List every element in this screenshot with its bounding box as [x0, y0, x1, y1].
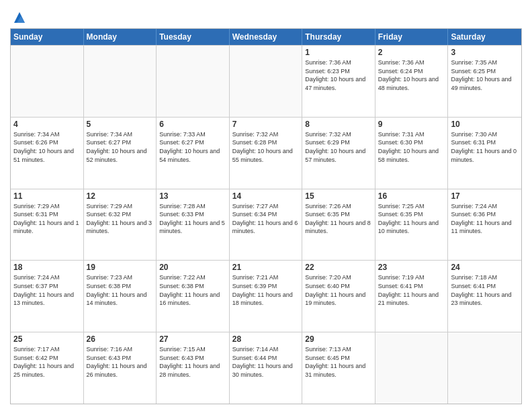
- sun-info: Sunrise: 7:15 AMSunset: 6:43 PMDaylight:…: [159, 345, 226, 379]
- sun-info: Sunrise: 7:29 AMSunset: 6:31 PMDaylight:…: [13, 202, 81, 236]
- day-cell-3: 3Sunrise: 7:35 AMSunset: 6:25 PMDaylight…: [448, 46, 521, 117]
- sun-info: Sunrise: 7:18 AMSunset: 6:41 PMDaylight:…: [451, 273, 519, 307]
- day-cell-10: 10Sunrise: 7:30 AMSunset: 6:31 PMDayligh…: [448, 118, 521, 189]
- day-number: 11: [13, 191, 81, 201]
- calendar-week-3: 18Sunrise: 7:24 AMSunset: 6:37 PMDayligh…: [11, 260, 521, 332]
- sun-info: Sunrise: 7:20 AMSunset: 6:40 PMDaylight:…: [305, 273, 372, 307]
- day-cell-2: 2Sunrise: 7:36 AMSunset: 6:24 PMDaylight…: [375, 46, 449, 117]
- day-number: 5: [87, 120, 154, 129]
- sun-info: Sunrise: 7:29 AMSunset: 6:32 PMDaylight:…: [87, 202, 154, 236]
- day-cell-1: 1Sunrise: 7:36 AMSunset: 6:23 PMDaylight…: [302, 46, 375, 117]
- sun-info: Sunrise: 7:13 AMSunset: 6:45 PMDaylight:…: [305, 345, 372, 379]
- day-number: 10: [451, 120, 519, 129]
- sun-info: Sunrise: 7:24 AMSunset: 6:37 PMDaylight:…: [13, 273, 81, 307]
- sun-info: Sunrise: 7:23 AMSunset: 6:38 PMDaylight:…: [87, 273, 154, 307]
- page: SundayMondayTuesdayWednesdayThursdayFrid…: [0, 0, 532, 411]
- header-day-monday: Monday: [84, 29, 157, 45]
- day-number: 21: [232, 263, 300, 272]
- header-day-thursday: Thursday: [302, 29, 375, 45]
- day-number: 6: [159, 120, 226, 129]
- day-number: 27: [159, 334, 226, 344]
- logo-icon: [13, 11, 26, 24]
- empty-cell: [11, 46, 84, 117]
- header-day-sunday: Sunday: [11, 29, 84, 45]
- header: [10, 7, 522, 24]
- day-number: 26: [87, 334, 154, 344]
- calendar-body: 1Sunrise: 7:36 AMSunset: 6:23 PMDaylight…: [11, 45, 521, 404]
- day-cell-5: 5Sunrise: 7:34 AMSunset: 6:27 PMDaylight…: [84, 118, 157, 189]
- sun-info: Sunrise: 7:34 AMSunset: 6:27 PMDaylight:…: [87, 130, 154, 164]
- sun-info: Sunrise: 7:16 AMSunset: 6:43 PMDaylight:…: [87, 345, 154, 379]
- day-number: 14: [232, 191, 300, 201]
- sun-info: Sunrise: 7:22 AMSunset: 6:38 PMDaylight:…: [159, 273, 226, 307]
- day-cell-16: 16Sunrise: 7:25 AMSunset: 6:35 PMDayligh…: [375, 189, 449, 261]
- day-number: 28: [232, 334, 300, 344]
- header-day-tuesday: Tuesday: [157, 29, 230, 45]
- day-number: 29: [305, 334, 372, 344]
- header-day-wednesday: Wednesday: [230, 29, 303, 45]
- day-number: 19: [87, 263, 154, 272]
- day-number: 12: [87, 191, 154, 201]
- sun-info: Sunrise: 7:30 AMSunset: 6:31 PMDaylight:…: [451, 130, 519, 164]
- sun-info: Sunrise: 7:19 AMSunset: 6:41 PMDaylight:…: [378, 273, 445, 307]
- day-cell-23: 23Sunrise: 7:19 AMSunset: 6:41 PMDayligh…: [375, 261, 449, 332]
- sun-info: Sunrise: 7:27 AMSunset: 6:34 PMDaylight:…: [232, 202, 300, 236]
- calendar-week-0: 1Sunrise: 7:36 AMSunset: 6:23 PMDaylight…: [11, 45, 521, 117]
- calendar-week-2: 11Sunrise: 7:29 AMSunset: 6:31 PMDayligh…: [11, 189, 521, 261]
- day-cell-21: 21Sunrise: 7:21 AMSunset: 6:39 PMDayligh…: [230, 261, 303, 332]
- empty-cell: [448, 332, 521, 404]
- day-cell-19: 19Sunrise: 7:23 AMSunset: 6:38 PMDayligh…: [84, 261, 157, 332]
- calendar-header: SundayMondayTuesdayWednesdayThursdayFrid…: [11, 29, 521, 45]
- day-number: 3: [451, 48, 519, 57]
- logo: [10, 9, 26, 24]
- sun-info: Sunrise: 7:26 AMSunset: 6:35 PMDaylight:…: [305, 202, 372, 236]
- day-number: 20: [159, 263, 226, 272]
- day-cell-9: 9Sunrise: 7:31 AMSunset: 6:30 PMDaylight…: [375, 118, 449, 189]
- day-number: 13: [159, 191, 226, 201]
- day-cell-29: 29Sunrise: 7:13 AMSunset: 6:45 PMDayligh…: [302, 332, 375, 404]
- day-number: 9: [378, 120, 445, 129]
- day-number: 2: [378, 48, 445, 57]
- day-cell-24: 24Sunrise: 7:18 AMSunset: 6:41 PMDayligh…: [448, 261, 521, 332]
- sun-info: Sunrise: 7:35 AMSunset: 6:25 PMDaylight:…: [451, 58, 519, 92]
- day-number: 22: [305, 263, 372, 272]
- day-cell-8: 8Sunrise: 7:32 AMSunset: 6:29 PMDaylight…: [302, 118, 375, 189]
- sun-info: Sunrise: 7:36 AMSunset: 6:24 PMDaylight:…: [378, 58, 445, 92]
- sun-info: Sunrise: 7:33 AMSunset: 6:27 PMDaylight:…: [159, 130, 226, 164]
- sun-info: Sunrise: 7:34 AMSunset: 6:26 PMDaylight:…: [13, 130, 81, 164]
- day-cell-14: 14Sunrise: 7:27 AMSunset: 6:34 PMDayligh…: [230, 189, 303, 261]
- day-number: 16: [378, 191, 445, 201]
- day-number: 15: [305, 191, 372, 201]
- day-cell-27: 27Sunrise: 7:15 AMSunset: 6:43 PMDayligh…: [157, 332, 230, 404]
- sun-info: Sunrise: 7:25 AMSunset: 6:35 PMDaylight:…: [378, 202, 445, 236]
- day-cell-12: 12Sunrise: 7:29 AMSunset: 6:32 PMDayligh…: [84, 189, 157, 261]
- sun-info: Sunrise: 7:21 AMSunset: 6:39 PMDaylight:…: [232, 273, 300, 307]
- day-cell-28: 28Sunrise: 7:14 AMSunset: 6:44 PMDayligh…: [230, 332, 303, 404]
- day-number: 18: [13, 263, 81, 272]
- sun-info: Sunrise: 7:32 AMSunset: 6:29 PMDaylight:…: [305, 130, 372, 164]
- calendar: SundayMondayTuesdayWednesdayThursdayFrid…: [10, 28, 522, 404]
- sun-info: Sunrise: 7:17 AMSunset: 6:42 PMDaylight:…: [13, 345, 81, 379]
- calendar-week-4: 25Sunrise: 7:17 AMSunset: 6:42 PMDayligh…: [11, 332, 521, 404]
- header-day-saturday: Saturday: [448, 29, 521, 45]
- day-cell-17: 17Sunrise: 7:24 AMSunset: 6:36 PMDayligh…: [448, 189, 521, 261]
- header-day-friday: Friday: [375, 29, 449, 45]
- empty-cell: [375, 332, 449, 404]
- day-cell-15: 15Sunrise: 7:26 AMSunset: 6:35 PMDayligh…: [302, 189, 375, 261]
- empty-cell: [157, 46, 230, 117]
- sun-info: Sunrise: 7:24 AMSunset: 6:36 PMDaylight:…: [451, 202, 519, 236]
- day-cell-4: 4Sunrise: 7:34 AMSunset: 6:26 PMDaylight…: [11, 118, 84, 189]
- day-number: 4: [13, 120, 81, 129]
- day-cell-13: 13Sunrise: 7:28 AMSunset: 6:33 PMDayligh…: [157, 189, 230, 261]
- day-number: 24: [451, 263, 519, 272]
- day-cell-26: 26Sunrise: 7:16 AMSunset: 6:43 PMDayligh…: [84, 332, 157, 404]
- day-cell-6: 6Sunrise: 7:33 AMSunset: 6:27 PMDaylight…: [157, 118, 230, 189]
- day-number: 8: [305, 120, 372, 129]
- day-cell-20: 20Sunrise: 7:22 AMSunset: 6:38 PMDayligh…: [157, 261, 230, 332]
- sun-info: Sunrise: 7:14 AMSunset: 6:44 PMDaylight:…: [232, 345, 300, 379]
- day-number: 7: [232, 120, 300, 129]
- sun-info: Sunrise: 7:31 AMSunset: 6:30 PMDaylight:…: [378, 130, 445, 164]
- empty-cell: [84, 46, 157, 117]
- calendar-week-1: 4Sunrise: 7:34 AMSunset: 6:26 PMDaylight…: [11, 117, 521, 189]
- day-number: 25: [13, 334, 81, 344]
